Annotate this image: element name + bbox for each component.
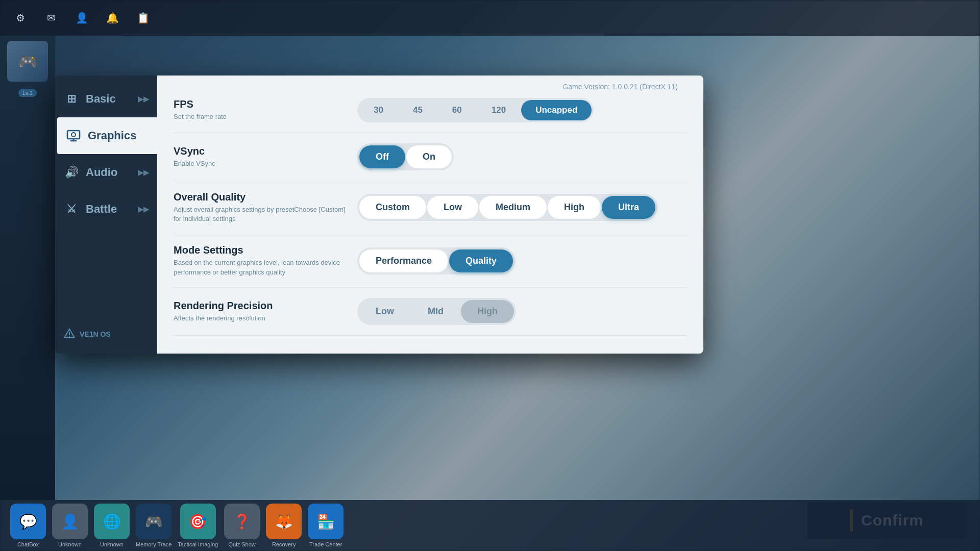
topbar-icon-clipboard[interactable]: 📋 [133,8,153,28]
fps-controls: 30 45 60 120 Uncapped [357,98,687,122]
rendering-mid-button[interactable]: Mid [411,300,460,323]
fps-60-button[interactable]: 60 [438,100,476,120]
vsync-toggle-group: Off On [357,143,454,170]
mode-desc: Based on the current graphics level, lea… [174,258,347,277]
globe-icon: 🌐 [94,504,130,539]
fps-45-button[interactable]: 45 [399,100,437,120]
rendering-low-button[interactable]: Low [359,300,410,323]
quality-medium-button[interactable]: Medium [479,196,547,219]
battle-arrow: ▶▶ [138,205,149,213]
fps-desc: Set the frame rate [174,112,347,121]
main-content: ✕ Game Version: 1.0.0.21 (DirectX 11) FP… [157,76,703,354]
sidebar-label-audio: Audio [86,166,117,179]
quality-label: Overall Quality [174,191,347,203]
svg-point-6 [69,336,70,337]
audio-icon: 🔊 [63,164,80,181]
taskbar-label-2: Unknown [58,541,82,547]
taskbar-item-memory[interactable]: 🎮 Memory Trace [136,504,172,547]
battle-icon: ⚔ [63,201,80,217]
taskbar-item-3[interactable]: 🌐 Unknown [94,504,130,547]
rendering-controls: Low Mid High [357,298,687,325]
taskbar-label-chatbox: ChatBox [17,541,39,547]
taskbar: 💬 ChatBox 👤 Unknown 🌐 Unknown 🎮 Memory T… [0,500,980,551]
mode-performance-button[interactable]: Performance [359,249,448,272]
fps-label: FPS [174,98,347,110]
trade-icon: 🏪 [308,504,344,539]
topbar: ⚙ ✉ 👤 🔔 📋 [0,0,980,36]
mode-setting-row: Mode Settings Based on the current graph… [174,234,687,287]
level-badge: Lv.1 [18,89,37,97]
sidebar-label-battle: Battle [86,203,117,216]
taskbar-item-tactical[interactable]: 🎯 Tactical Imaging [178,504,218,547]
quality-low-button[interactable]: Low [427,196,478,219]
quality-desc: Adjust overall graphics settings by pres… [174,205,347,223]
taskbar-item-quiz[interactable]: ❓ Quiz Show [224,504,260,547]
quality-info: Overall Quality Adjust overall graphics … [174,191,347,223]
quality-setting-row: Overall Quality Adjust overall graphics … [174,181,687,234]
taskbar-label-memory: Memory Trace [136,541,172,547]
unknown-icon: 👤 [52,504,88,539]
taskbar-label-3: Unknown [100,541,124,547]
audio-arrow: ▶▶ [138,168,149,177]
mode-info: Mode Settings Based on the current graph… [174,244,347,277]
rendering-label: Rendering Precision [174,300,347,312]
fps-30-button[interactable]: 30 [359,100,398,120]
vsync-setting-row: VSync Enable VSync Off On [174,133,687,181]
topbar-icon-notifications[interactable]: 🔔 [102,8,122,28]
rendering-setting-row: Rendering Precision Affects the renderin… [174,288,687,336]
taskbar-label-recovery: Recovery [272,541,296,547]
sidebar-label-basic: Basic [86,92,116,106]
quality-controls: Custom Low Medium High Ultra [357,194,687,221]
topbar-icon-profile[interactable]: 👤 [71,8,92,28]
quality-high-button[interactable]: High [548,196,601,219]
memory-icon: 🎮 [136,504,172,539]
mode-controls: Performance Quality [357,247,687,274]
logo-text: VE1N OS [80,330,111,338]
fps-uncapped-button[interactable]: Uncapped [521,100,592,120]
settings-sidebar: ⊞ Basic ▶▶ Graphics 🔊 Audio ▶▶ ⚔ Battle [55,76,157,354]
quality-custom-button[interactable]: Custom [359,196,426,219]
taskbar-label-trade: Trade Center [309,541,342,547]
sidebar-item-audio[interactable]: 🔊 Audio ▶▶ [55,154,157,191]
taskbar-item-chatbox[interactable]: 💬 ChatBox [10,504,46,547]
sidebar-logo: VE1N OS [55,320,157,348]
mode-label: Mode Settings [174,244,347,256]
vsync-label: VSync [174,145,347,157]
topbar-icon-mail[interactable]: ✉ [41,8,61,28]
rendering-high-button[interactable]: High [461,300,514,323]
taskbar-label-quiz: Quiz Show [229,541,256,547]
sidebar-label-graphics: Graphics [88,129,136,142]
mode-quality-button[interactable]: Quality [449,249,513,272]
sidebar-item-battle[interactable]: ⚔ Battle ▶▶ [55,191,157,228]
chatbox-icon: 💬 [10,504,46,539]
svg-rect-0 [67,131,80,139]
character-portrait: 🎮 [7,41,48,82]
fps-info: FPS Set the frame rate [174,98,347,121]
vsync-on-button[interactable]: On [406,145,452,168]
recovery-icon: 🦊 [266,504,302,539]
taskbar-item-trade[interactable]: 🏪 Trade Center [308,504,344,547]
vsync-desc: Enable VSync [174,159,347,168]
quality-toggle-group: Custom Low Medium High Ultra [357,194,657,221]
fps-120-button[interactable]: 120 [477,100,520,120]
taskbar-item-recovery[interactable]: 🦊 Recovery [266,504,302,547]
basic-icon: ⊞ [63,91,80,107]
rendering-toggle-group: Low Mid High [357,298,516,325]
tactical-icon: 🎯 [180,504,216,539]
game-version: Game Version: 1.0.0.21 (DirectX 11) [562,83,678,91]
graphics-icon [65,128,82,144]
mode-toggle-group: Performance Quality [357,247,515,274]
vsync-info: VSync Enable VSync [174,145,347,168]
taskbar-label-tactical: Tactical Imaging [178,541,218,547]
sidebar-item-graphics[interactable]: Graphics [57,117,157,154]
svg-point-3 [71,133,76,137]
basic-arrow: ▶▶ [138,95,149,103]
topbar-icon-settings[interactable]: ⚙ [10,8,31,28]
vsync-controls: Off On [357,143,687,170]
fps-toggle-group: 30 45 60 120 Uncapped [357,98,594,122]
settings-dialog: ⊞ Basic ▶▶ Graphics 🔊 Audio ▶▶ ⚔ Battle [55,76,703,354]
quality-ultra-button[interactable]: Ultra [602,196,655,219]
sidebar-item-basic[interactable]: ⊞ Basic ▶▶ [55,81,157,117]
taskbar-item-2[interactable]: 👤 Unknown [52,504,88,547]
vsync-off-button[interactable]: Off [359,145,405,168]
